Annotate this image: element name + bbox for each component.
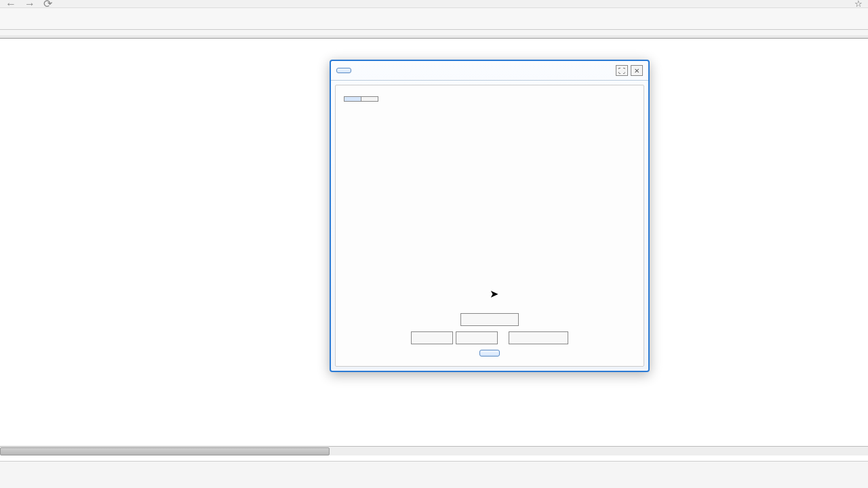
- star-icon[interactable]: ☆: [854, 0, 863, 9]
- tab-standard[interactable]: [344, 97, 361, 101]
- options-button[interactable]: [336, 68, 351, 73]
- document-title: [0, 30, 868, 35]
- scroll-thumb[interactable]: [0, 447, 330, 455]
- compute-button[interactable]: [479, 350, 500, 357]
- chart-svg: [344, 104, 635, 301]
- menu-bar: [0, 35, 868, 39]
- downloads-bar: [0, 461, 868, 488]
- reload-icon[interactable]: ⟳: [43, 0, 52, 10]
- tab-between[interactable]: [361, 97, 378, 101]
- browser-nav: ← → ⟳ ☆: [0, 0, 868, 8]
- bookmarks-bar: [0, 8, 868, 30]
- maximize-icon[interactable]: ⛶: [616, 65, 628, 76]
- back-icon[interactable]: ←: [5, 0, 16, 10]
- upper-bound-input[interactable]: [456, 331, 498, 344]
- tab-row: [344, 96, 378, 102]
- t-calculator-dialog: ⛶ ✕: [330, 60, 650, 372]
- probability-output[interactable]: [509, 331, 568, 344]
- df-row: [344, 313, 635, 326]
- forward-icon[interactable]: →: [24, 0, 35, 10]
- close-icon[interactable]: ✕: [631, 65, 643, 76]
- lower-bound-input[interactable]: [411, 331, 453, 344]
- distribution-chart: [344, 104, 635, 308]
- probability-row: [344, 331, 635, 344]
- horizontal-scrollbar[interactable]: [0, 446, 868, 455]
- dialog-titlebar[interactable]: ⛶ ✕: [331, 61, 648, 81]
- df-input[interactable]: [460, 313, 519, 326]
